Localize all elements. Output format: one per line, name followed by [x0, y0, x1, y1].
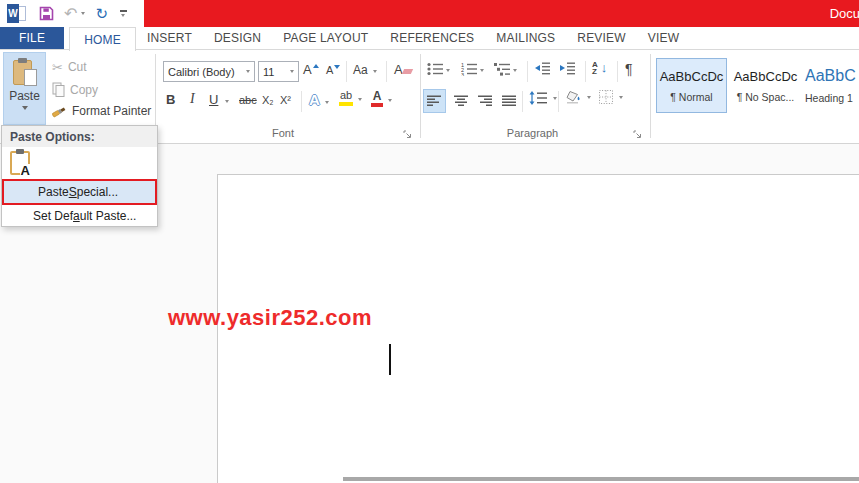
- strikethrough-letters: abc: [239, 94, 257, 106]
- align-center-icon: [454, 95, 469, 107]
- set-default-paste-menu-item[interactable]: Set Default Paste...: [2, 205, 157, 226]
- tab-review[interactable]: REVIEW: [566, 27, 637, 49]
- tab-references[interactable]: REFERENCES: [379, 27, 485, 49]
- align-right-icon: [478, 95, 493, 107]
- sort-letters: A Z: [592, 61, 598, 75]
- shading-arrow-icon[interactable]: [587, 96, 591, 99]
- mini-separator: [386, 61, 387, 82]
- clear-formatting-button[interactable]: A: [394, 63, 412, 76]
- group-separator: [650, 54, 651, 138]
- font-color-button[interactable]: A: [371, 90, 392, 107]
- font-name-combo[interactable]: Calibri (Body): [163, 61, 255, 82]
- word-logo-letter: W: [7, 4, 19, 23]
- bold-button[interactable]: B: [166, 92, 175, 107]
- text-effects-button[interactable]: A: [309, 91, 329, 108]
- customize-qat-button[interactable]: [120, 10, 127, 17]
- save-button[interactable]: [39, 6, 54, 21]
- style-no-spacing[interactable]: AaBbCcDc ¶ No Spac...: [730, 58, 801, 113]
- horizontal-scrollbar[interactable]: [343, 477, 859, 481]
- highlight-color-button[interactable]: ab: [339, 90, 362, 106]
- keep-text-only-button[interactable]: A: [10, 151, 30, 175]
- paste-button[interactable]: Paste: [3, 52, 46, 125]
- increase-indent-button[interactable]: [559, 62, 576, 75]
- sort-button[interactable]: A Z ↓: [592, 61, 607, 75]
- change-case-button[interactable]: Aa: [353, 63, 377, 77]
- bullets-icon: [427, 62, 444, 76]
- redo-icon: ↻: [95, 6, 108, 21]
- paste-label: Paste: [9, 89, 40, 103]
- decrease-indent-icon: [534, 62, 551, 75]
- font-dialog-launcher[interactable]: [403, 128, 413, 138]
- shrink-font-button[interactable]: A: [326, 65, 340, 76]
- format-painter-label: Format Painter: [72, 104, 151, 118]
- multilevel-arrow-icon[interactable]: [513, 69, 517, 72]
- redo-button[interactable]: ↻: [95, 6, 108, 21]
- paragraph-dialog-launcher[interactable]: [633, 128, 643, 138]
- superscript-letters: X²: [280, 94, 291, 106]
- subscript-button[interactable]: X₂: [262, 94, 274, 106]
- tab-view[interactable]: VIEW: [637, 27, 690, 49]
- clipboard-page: [24, 69, 37, 86]
- font-color-letter: A: [373, 90, 382, 102]
- show-hide-pilcrow-button[interactable]: ¶: [625, 61, 633, 77]
- line-spacing-button[interactable]: [529, 91, 557, 105]
- bullets-arrow-icon[interactable]: [446, 69, 450, 72]
- save-icon: [39, 6, 54, 21]
- numbering-button[interactable]: 1 2 3: [461, 62, 484, 76]
- grow-font-button[interactable]: A: [303, 63, 319, 76]
- font-group-label: Font: [163, 127, 403, 139]
- shading-button[interactable]: [566, 90, 591, 104]
- change-case-arrow-icon: [373, 70, 377, 73]
- font-size-value: 11: [263, 66, 274, 78]
- set-default-text-pre: Set Def: [33, 209, 73, 223]
- tab-insert[interactable]: INSERT: [136, 27, 203, 49]
- align-right-button[interactable]: [474, 89, 497, 113]
- italic-letter: I: [190, 91, 195, 107]
- underline-button[interactable]: U: [209, 92, 229, 107]
- cut-button[interactable]: ✂ Cut: [52, 60, 87, 74]
- undo-dropdown-arrow-icon[interactable]: [81, 12, 85, 15]
- subscript-letters: X₂: [262, 94, 274, 106]
- font-name-arrow-icon[interactable]: [246, 70, 250, 73]
- line-spacing-icon: [529, 91, 548, 105]
- tab-page-layout[interactable]: PAGE LAYOUT: [272, 27, 379, 49]
- line-spacing-arrow-icon[interactable]: [553, 97, 557, 100]
- paste-dropdown-arrow-icon[interactable]: [22, 106, 28, 110]
- borders-arrow-icon[interactable]: [619, 96, 623, 99]
- paste-special-text-post: pecial...: [77, 185, 118, 199]
- paste-options-row: A: [2, 147, 157, 179]
- font-color-arrow-icon[interactable]: [388, 99, 392, 102]
- borders-button[interactable]: [599, 90, 623, 104]
- font-size-combo[interactable]: 11: [258, 61, 299, 82]
- font-size-arrow-icon[interactable]: [290, 70, 294, 73]
- justify-button[interactable]: [498, 89, 521, 113]
- numbering-arrow-icon[interactable]: [480, 69, 484, 72]
- style-heading-1[interactable]: AaBbC Heading 1: [803, 58, 859, 113]
- strikethrough-button[interactable]: abc: [239, 94, 257, 106]
- shading-bucket-icon: [566, 90, 582, 104]
- increase-indent-icon: [559, 62, 576, 75]
- style-normal[interactable]: AaBbCcDc ¶ Normal: [656, 58, 727, 113]
- change-case-letters: Aa: [353, 63, 368, 77]
- highlight-arrow-icon[interactable]: [358, 98, 362, 101]
- align-center-button[interactable]: [450, 89, 473, 113]
- underline-arrow-icon[interactable]: [225, 100, 229, 103]
- paragraph-group-label: Paragraph: [425, 127, 640, 139]
- format-painter-button[interactable]: Format Painter: [52, 104, 151, 118]
- italic-button[interactable]: I: [190, 91, 195, 107]
- tab-file[interactable]: FILE: [0, 27, 64, 49]
- undo-button[interactable]: ↶: [64, 6, 85, 22]
- copy-button[interactable]: Copy: [52, 82, 98, 97]
- tab-design[interactable]: DESIGN: [203, 27, 272, 49]
- style-name: Heading 1: [805, 92, 853, 104]
- tab-mailings[interactable]: MAILINGS: [485, 27, 566, 49]
- multilevel-list-icon: [494, 62, 511, 76]
- superscript-button[interactable]: X²: [280, 94, 291, 106]
- paste-special-menu-item[interactable]: Paste Special...: [2, 179, 157, 205]
- multilevel-list-button[interactable]: [494, 62, 517, 76]
- tab-home[interactable]: HOME: [69, 27, 136, 51]
- bullets-button[interactable]: [427, 62, 450, 76]
- decrease-indent-button[interactable]: [534, 62, 551, 75]
- sort-z: Z: [592, 68, 598, 75]
- align-left-button[interactable]: [423, 89, 446, 113]
